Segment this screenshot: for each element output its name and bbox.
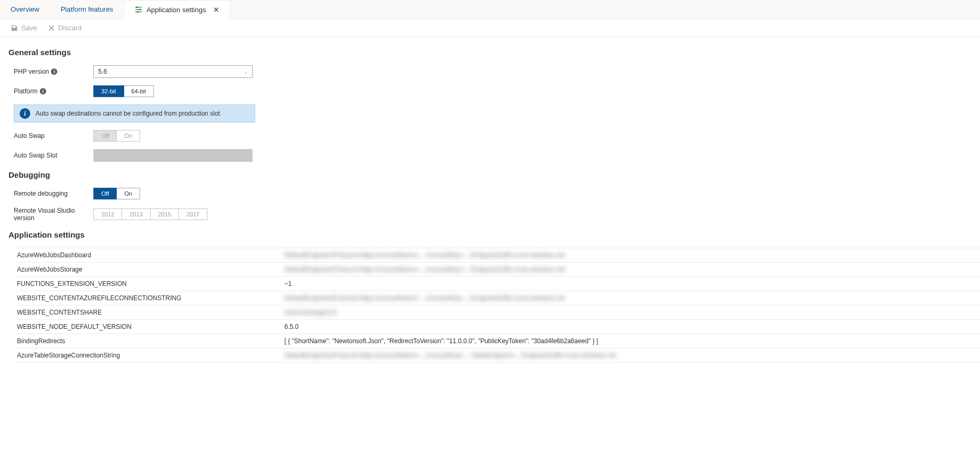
tab-platform-features-label: Platform features [60, 5, 113, 13]
row-vs-version: Remote Visual Studio version 2012 2013 2… [14, 207, 980, 222]
auto-swap-banner-text: Auto swap destinations cannot be configu… [36, 110, 220, 117]
setting-value: 6.5.0 [284, 323, 980, 330]
close-icon[interactable]: ✕ [213, 6, 219, 14]
label-php-version: PHP version i [14, 68, 93, 75]
table-row[interactable]: WEBSITE_NODE_DEFAULT_VERSION6.5.0 [14, 320, 980, 334]
setting-value: myfunctionapp123 [284, 309, 980, 316]
setting-value: DefaultEndpointsProtocol=https;AccountNa… [284, 352, 980, 359]
select-php-version-value: 5.6 [98, 68, 107, 75]
vs-2015-option: 2015 [151, 208, 179, 220]
content-area: General settings PHP version i 5.6 ⌄ Pla… [0, 37, 980, 384]
app-settings-table: AzureWebJobsDashboardDefaultEndpointsPro… [14, 248, 980, 363]
table-row[interactable]: WEBSITE_CONTENTSHAREmyfunctionapp123 [14, 306, 980, 320]
row-auto-swap-slot: Auto Swap Slot ⌄ [14, 149, 980, 162]
table-row[interactable]: AzureTableStorageConnectionStringDefault… [14, 348, 980, 363]
save-icon [11, 24, 18, 32]
auto-swap-off-option: Off [93, 130, 117, 142]
x-icon [48, 24, 55, 32]
setting-value: DefaultEndpointsProtocol=https;AccountNa… [284, 251, 980, 259]
row-platform: Platform i 32-bit 64-bit [14, 85, 980, 97]
setting-key: BindingRedirects [14, 337, 284, 345]
section-general-heading: General settings [8, 48, 980, 57]
setting-value: DefaultEndpointsProtocol=https;AccountNa… [284, 266, 980, 273]
info-icon[interactable]: i [51, 68, 57, 75]
label-remote-debugging: Remote debugging [14, 190, 93, 197]
setting-key: AzureWebJobsDashboard [14, 251, 284, 259]
select-php-version[interactable]: 5.6 ⌄ [93, 65, 253, 78]
setting-key: AzureWebJobsStorage [14, 266, 284, 273]
table-row[interactable]: FUNCTIONS_EXTENSION_VERSION~1 [14, 277, 980, 291]
platform-32bit-option[interactable]: 32-bit [93, 85, 124, 97]
table-row[interactable]: WEBSITE_CONTENTAZUREFILECONNECTIONSTRING… [14, 291, 980, 306]
vs-2012-option: 2012 [93, 208, 122, 220]
toggle-platform: 32-bit 64-bit [93, 85, 154, 97]
select-auto-swap-slot: ⌄ [93, 149, 253, 162]
sliders-icon [135, 6, 142, 13]
setting-key: AzureTableStorageConnectionString [14, 352, 284, 359]
toolbar: Save Discard [0, 19, 980, 37]
chevron-down-icon: ⌄ [244, 69, 248, 75]
remote-debugging-on-option[interactable]: On [117, 188, 140, 199]
tab-bar: Overview Platform features Application s… [0, 0, 980, 19]
table-row[interactable]: AzureWebJobsDashboardDefaultEndpointsPro… [14, 248, 980, 263]
tab-application-settings-label: Application settings [146, 6, 206, 14]
tab-platform-features[interactable]: Platform features [50, 0, 124, 19]
auto-swap-info-banner: i Auto swap destinations cannot be confi… [14, 104, 255, 123]
row-auto-swap: Auto Swap Off On [14, 130, 980, 142]
svg-rect-5 [137, 11, 139, 13]
toggle-auto-swap: Off On [93, 130, 140, 142]
row-php-version: PHP version i 5.6 ⌄ [14, 65, 980, 78]
platform-64bit-option[interactable]: 64-bit [124, 85, 154, 97]
setting-key: WEBSITE_CONTENTSHARE [14, 309, 284, 316]
info-circle-icon: i [20, 108, 30, 119]
label-auto-swap-slot: Auto Swap Slot [14, 152, 93, 159]
discard-button[interactable]: Discard [48, 24, 82, 32]
section-app-settings-heading: Application settings [8, 230, 980, 239]
chevron-down-icon: ⌄ [244, 153, 248, 159]
tab-overview[interactable]: Overview [0, 0, 50, 19]
svg-rect-4 [140, 9, 141, 11]
save-label: Save [21, 24, 37, 32]
vs-2013-option: 2013 [122, 208, 150, 220]
section-debugging-heading: Debugging [8, 170, 980, 179]
toggle-remote-debugging: Off On [93, 188, 140, 199]
save-button[interactable]: Save [11, 24, 37, 32]
setting-key: WEBSITE_NODE_DEFAULT_VERSION [14, 323, 284, 330]
label-auto-swap: Auto Swap [14, 132, 93, 140]
row-remote-debugging: Remote debugging Off On [14, 188, 980, 199]
setting-value: [ { "ShortName": "Newtonsoft.Json", "Red… [284, 337, 980, 345]
tab-overview-label: Overview [11, 5, 39, 13]
tab-application-settings[interactable]: Application settings ✕ [124, 0, 230, 19]
discard-label: Discard [58, 24, 82, 32]
setting-key: WEBSITE_CONTENTAZUREFILECONNECTIONSTRING [14, 294, 284, 302]
svg-rect-3 [136, 6, 138, 8]
select-vs-version: 2012 2013 2015 2017 [93, 208, 207, 220]
table-row[interactable]: BindingRedirects[ { "ShortName": "Newton… [14, 334, 980, 348]
info-icon[interactable]: i [40, 88, 46, 94]
setting-value: ~1 [284, 280, 980, 287]
label-vs-version: Remote Visual Studio version [14, 207, 93, 222]
vs-2017-option: 2017 [179, 208, 207, 220]
setting-key: FUNCTIONS_EXTENSION_VERSION [14, 280, 284, 287]
auto-swap-on-option: On [117, 130, 140, 142]
setting-value: DefaultEndpointsProtocol=https;AccountNa… [284, 294, 980, 302]
remote-debugging-off-option[interactable]: Off [93, 188, 117, 199]
table-row[interactable]: AzureWebJobsStorageDefaultEndpointsProto… [14, 263, 980, 277]
label-platform: Platform i [14, 88, 93, 95]
